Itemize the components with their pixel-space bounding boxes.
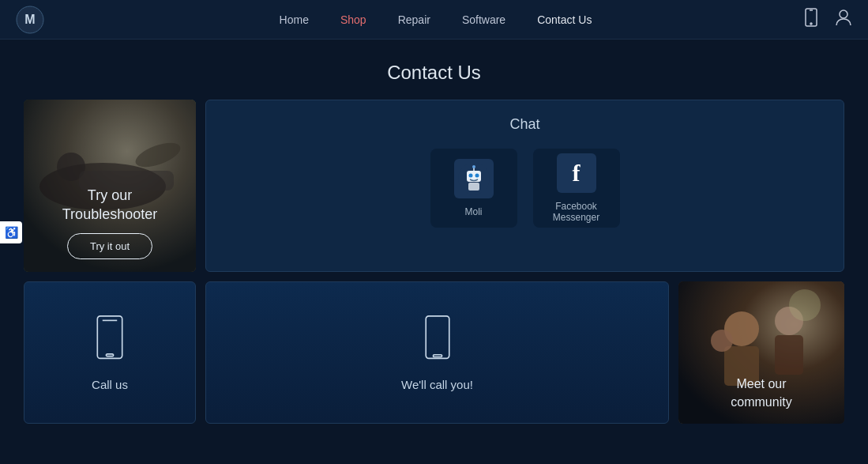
svg-point-5 bbox=[840, 10, 847, 18]
chat-section-title: Chat bbox=[222, 116, 828, 133]
svg-rect-21 bbox=[426, 315, 449, 358]
svg-rect-17 bbox=[468, 183, 479, 191]
accessibility-button[interactable]: ♿ bbox=[0, 221, 22, 243]
svg-point-13 bbox=[468, 174, 472, 178]
nav-contact[interactable]: Contact Us bbox=[537, 13, 592, 26]
facebook-icon: f bbox=[573, 160, 581, 187]
svg-rect-20 bbox=[106, 353, 113, 356]
nav-software[interactable]: Software bbox=[462, 13, 505, 26]
callback-label: We'll call you! bbox=[401, 378, 473, 391]
svg-rect-18 bbox=[97, 315, 122, 358]
svg-text:M: M bbox=[24, 13, 35, 26]
user-icon[interactable] bbox=[835, 8, 852, 31]
svg-rect-22 bbox=[433, 354, 442, 356]
main-content: Try our Troubleshooter Try it out Chat bbox=[0, 100, 868, 447]
navigation: M Home Shop Repair Software Contact Us bbox=[0, 0, 868, 40]
page-title: Contact Us bbox=[0, 62, 868, 84]
moli-icon bbox=[457, 161, 491, 196]
facebook-label: FacebookMessenger bbox=[553, 201, 599, 223]
call-us-card[interactable]: Call us bbox=[24, 281, 196, 424]
try-it-button[interactable]: Try it out bbox=[67, 233, 152, 259]
top-row: Try our Troubleshooter Try it out Chat bbox=[24, 100, 844, 272]
phone-icon bbox=[90, 315, 130, 365]
community-content: Meet our community bbox=[678, 375, 844, 411]
nav-links: Home Shop Repair Software Contact Us bbox=[68, 13, 803, 26]
nav-home[interactable]: Home bbox=[280, 13, 309, 26]
nav-repair[interactable]: Repair bbox=[398, 13, 430, 26]
accessibility-icon: ♿ bbox=[5, 226, 18, 239]
troubleshooter-content: Try our Troubleshooter Try it out bbox=[24, 174, 196, 272]
nav-icons bbox=[803, 8, 852, 31]
svg-point-14 bbox=[475, 174, 479, 178]
motorola-logo[interactable]: M bbox=[16, 6, 44, 34]
moli-option[interactable]: Moli bbox=[430, 149, 517, 228]
device-icon[interactable] bbox=[803, 8, 819, 31]
nav-shop[interactable]: Shop bbox=[340, 13, 366, 26]
facebook-option[interactable]: f FacebookMessenger bbox=[533, 149, 620, 228]
troubleshooter-heading: Try our Troubleshooter bbox=[36, 187, 183, 224]
chat-options: Moli f FacebookMessenger bbox=[222, 149, 828, 228]
moli-icon-area bbox=[454, 159, 494, 198]
svg-point-16 bbox=[472, 165, 475, 168]
callback-card[interactable]: We'll call you! bbox=[205, 281, 669, 424]
callback-phone-icon bbox=[422, 315, 453, 365]
call-us-label: Call us bbox=[92, 378, 128, 391]
community-card[interactable]: Meet our community bbox=[678, 281, 844, 424]
bottom-row: Call us We'll call you! bbox=[24, 281, 844, 424]
moli-label: Moli bbox=[464, 206, 482, 217]
facebook-icon-area: f bbox=[557, 153, 596, 193]
community-heading: Meet our community bbox=[678, 375, 844, 411]
troubleshooter-card[interactable]: Try our Troubleshooter Try it out bbox=[24, 100, 196, 272]
chat-card: Chat bbox=[205, 100, 844, 272]
svg-point-4 bbox=[810, 23, 812, 25]
